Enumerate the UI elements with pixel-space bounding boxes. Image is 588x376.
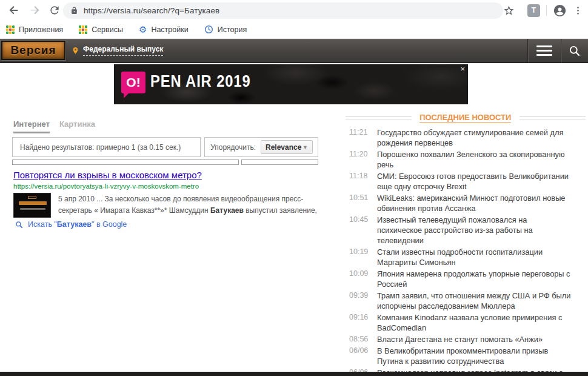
news-link[interactable]: Государство обсуждает стимулирование сем… [377,127,571,148]
tab-internet[interactable]: Интернет [13,119,50,133]
bookmark-label: Сервисы [92,25,123,34]
news-item: 11:20Порошенко похвалил Зеленского за ск… [349,149,583,170]
news-link[interactable]: Власти Дагестана не станут помогать «Анж… [377,334,543,344]
tab-images[interactable]: Картинка [59,119,95,133]
news-time: 09:16 [349,312,370,333]
location-pin-icon [72,46,79,55]
news-header: ПОСЛЕДНИЕ НОВОСТИ [346,113,586,123]
search-tabs: Интернет Картинка [13,119,95,133]
news-time: 08:56 [349,334,370,344]
banner-bubble-text: O! [126,75,140,90]
address-bar[interactable]: https://versia.ru/search/?q=Батукаев [63,2,503,19]
thumbnail-subtitle-bar [20,208,45,210]
news-time: 11:21 [349,127,370,148]
news-time: 10:09 [349,269,370,289]
bookmark-history[interactable]: История [204,25,247,34]
banner-title: PEN AIR 2019 [150,72,251,91]
apps-grid-icon [6,25,15,34]
profile-icon[interactable] [553,4,567,18]
site-search-icon[interactable] [569,45,581,57]
banner-close-icon[interactable]: × [460,64,465,73]
url-text: https://versia.ru/search/?q=Батукаев [84,6,219,15]
news-item: 10:09Япония намерена продолжать упорные … [349,269,583,289]
news-item: 11:18СМИ: Евросоюз готов предоставить Ве… [349,171,583,192]
news-item: 09:16Компания Kinodanz назвала условие п… [349,312,583,333]
snippet-query-term: Батукаев [210,206,244,215]
news-link[interactable]: Трамп заявил, что отношения между США и … [377,290,571,311]
bookmark-label: История [218,25,247,34]
history-clock-icon [204,25,213,34]
site-logo[interactable]: Версия [1,41,65,60]
google-search-link[interactable]: Искать "Батукаев" в Google [15,220,127,229]
bookmarks-bar: Приложения Сервисы ⚙ Настройки История [0,21,588,39]
edition-label: Федеральный выпуск [83,45,163,56]
browser-toolbar: https://versia.ru/search/?q=Батукаев T [0,0,588,21]
result-thumbnail[interactable] [13,193,51,218]
news-link[interactable]: Япония намерена продолжать упорные перег… [377,269,571,289]
decorative-line [346,116,412,119]
sort-box: Упорядочить: Relevance ▼ [204,137,318,157]
news-time: 10:51 [349,193,370,213]
menu-dots-icon[interactable] [573,5,583,16]
news-link[interactable]: WikiLeaks: американский Минюст подготови… [377,193,571,213]
forward-icon[interactable] [28,4,41,17]
news-item: 10:19Стали известны подробности госпитал… [349,247,583,267]
news-time: 06/06 [349,346,370,366]
news-list: 11:21Государство обсуждает стимулировани… [349,127,583,376]
results-stats: Найдено результатов: примерно 1 (за 0.15… [12,137,201,157]
sort-label: Упорядочить: [210,143,256,152]
banner-logo-bubble: O! [121,72,145,93]
bookmark-label: Настройки [151,25,188,34]
news-time: 11:18 [349,171,370,192]
apps-grid-icon [79,25,87,34]
horizontal-scrollbar-track[interactable] [12,159,239,165]
gear-icon: ⚙ [139,25,147,34]
news-time: 11:20 [349,149,370,170]
horizontal-scrollbar-thumb[interactable] [241,159,318,165]
news-link[interactable]: СМИ: Евросоюз готов предоставить Великоб… [377,171,571,192]
toolbar-right: T [503,0,588,21]
news-time: 09:39 [349,290,370,311]
footer-bar [0,372,588,376]
google-link-text: Искать "Батукаев" в Google [28,220,127,229]
news-link[interactable]: В Великобритании прокомментировали призы… [377,346,571,366]
news-link[interactable]: Компания Kinodanz назвала условие примир… [377,312,571,333]
news-item: 10:45Известный телеведущий пожаловался н… [349,215,583,246]
news-item: 11:21Государство обсуждает стимулировани… [349,127,583,148]
bookmark-services[interactable]: Сервисы [79,25,123,34]
header-actions [527,39,588,62]
bookmark-label: Приложения [19,25,63,34]
chevron-down-icon: ▼ [302,144,308,150]
toolbar-divider [546,5,547,16]
bookmark-apps[interactable]: Приложения [6,25,63,34]
thumbnail-title-bar [19,201,47,205]
reload-icon[interactable] [48,4,61,16]
news-title-link[interactable]: ПОСЛЕДНИЕ НОВОСТИ [419,113,511,123]
lock-icon [70,7,78,15]
extension-icon[interactable]: T [527,4,540,17]
news-item: 09:39Трамп заявил, что отношения между С… [349,290,583,311]
header-divider [561,39,561,62]
news-link[interactable]: Известный телеведущий пожаловался на пси… [377,215,571,246]
bookmark-star-icon[interactable] [503,5,515,16]
news-item: 06/06В Великобритании прокомментировали … [349,346,583,366]
news-link[interactable]: Стали известны подробности госпитализаци… [377,247,571,267]
news-link[interactable]: Порошенко похвалил Зеленского за скопиро… [377,149,571,170]
result-url: https://versia.ru/povtoryatsya-li-vzryvy… [13,183,199,190]
search-icon [15,221,23,229]
site-logo-text: Версия [10,44,56,57]
news-time: 10:19 [349,247,370,267]
edition-selector[interactable]: Федеральный выпуск [72,45,163,56]
result-title-link[interactable]: Повторятся ли взрывы в московском метро? [13,170,202,180]
hamburger-menu-icon[interactable] [536,43,552,58]
header-divider [527,39,528,62]
thumbnail-badge [28,196,36,199]
sort-dropdown[interactable]: Relevance ▼ [261,140,313,154]
news-time: 10:45 [349,215,370,246]
back-icon[interactable] [7,4,21,17]
bookmark-settings[interactable]: ⚙ Настройки [139,25,189,34]
sort-value: Relevance [266,143,301,152]
spacer [521,5,521,16]
ad-banner[interactable]: O! PEN AIR 2019 × [114,64,468,104]
decorative-line [520,116,586,119]
